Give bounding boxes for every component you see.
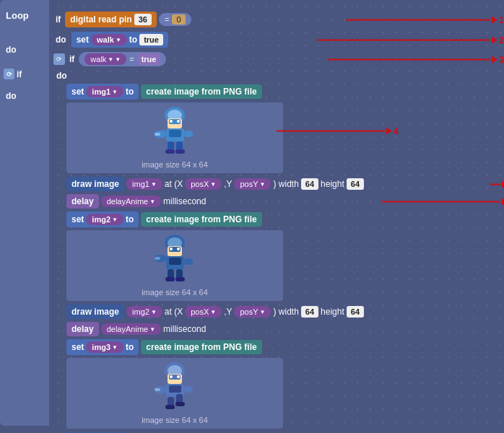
- draw-img1-row: draw image img1 at (X posX ,Y posY ) wid…: [66, 177, 497, 191]
- to-label-1: to: [129, 35, 137, 45]
- ann-num-2: 2: [499, 35, 504, 45]
- ann-arrow-4: [386, 127, 392, 134]
- svg-rect-37: [169, 385, 181, 393]
- ann-line-6: [381, 201, 500, 202]
- set-walk-block[interactable]: set walk to true: [71, 32, 168, 48]
- ms-label-1: millisecond: [163, 196, 206, 206]
- delay-block-2[interactable]: delay: [66, 322, 99, 336]
- set-img3-row: set img3 to create image from PNG file: [66, 339, 497, 355]
- img1-var[interactable]: img1: [86, 86, 123, 97]
- ann-num-3: 3: [499, 54, 504, 65]
- walk-var[interactable]: walk: [91, 34, 127, 45]
- do-label-overlay-2: do: [6, 91, 17, 101]
- digital-read-block[interactable]: digital read pin 36: [65, 12, 157, 27]
- width-val-1[interactable]: 64: [301, 178, 318, 190]
- set-label-2: set: [71, 87, 84, 97]
- svg-point-19: [170, 248, 173, 250]
- image-preview-2: [71, 235, 279, 285]
- svg-rect-28: [165, 277, 175, 281]
- posx-var-2[interactable]: posX: [185, 306, 222, 318]
- delay-1-row: delay delayAnime millisecond 6: [66, 194, 497, 209]
- set-img1-block[interactable]: set img1 to: [66, 84, 139, 100]
- section-3: ⟳ if walk ▼ = true 3: [53, 52, 497, 66]
- height-val-1[interactable]: 64: [347, 178, 364, 190]
- svg-rect-25: [184, 258, 193, 265]
- svg-point-20: [177, 248, 180, 250]
- ann-arrow-2: [492, 36, 498, 43]
- draw-label-2: draw image: [71, 307, 119, 317]
- svg-rect-7: [169, 130, 181, 137]
- svg-point-35: [177, 375, 180, 378]
- height-label-2: height: [321, 307, 344, 317]
- create-image-1[interactable]: create image from PNG file: [141, 84, 261, 99]
- width-label-1: ) width: [273, 179, 298, 189]
- delay-anime-var-2[interactable]: delayAnime: [101, 323, 161, 335]
- to-label-3: to: [126, 214, 134, 224]
- height-val-2[interactable]: 64: [347, 306, 364, 318]
- walk-dropdown: ▼: [108, 56, 113, 63]
- true-val-2[interactable]: true: [137, 53, 161, 65]
- pin-input[interactable]: 36: [134, 14, 152, 25]
- annotation-3: 3: [328, 54, 504, 65]
- y-label-1: ,Y: [224, 179, 232, 189]
- draw-image-2[interactable]: draw image: [66, 305, 124, 319]
- eq-label-1: =: [165, 15, 169, 24]
- posx-var-1[interactable]: posX: [185, 178, 222, 190]
- megaman-svg-1: [152, 107, 199, 157]
- walk-var-2[interactable]: walk ▼: [84, 53, 126, 65]
- create-image-2[interactable]: create image from PNG file: [141, 212, 261, 227]
- equals-block-1[interactable]: = 0: [159, 13, 191, 26]
- svg-rect-9: [155, 133, 160, 136]
- do-keyword-2: do: [56, 71, 495, 81]
- annotation-4: 4: [277, 126, 399, 136]
- ann-num-4: 4: [394, 126, 399, 136]
- svg-rect-14: [175, 149, 185, 154]
- do-label-overlay-1: do: [6, 45, 17, 55]
- image-preview-3: [71, 362, 279, 413]
- set-img1-row: set img1 to create image from PNG file: [66, 84, 497, 100]
- image-size-3: image size 64 x 64: [71, 416, 279, 424]
- ann-line-1: [346, 19, 490, 20]
- ms-label-2: millisecond: [163, 324, 206, 334]
- create-image-3[interactable]: create image from PNG file: [141, 340, 261, 354]
- val-input-1: 0: [172, 14, 185, 25]
- true-val[interactable]: true: [139, 34, 163, 45]
- img3-var[interactable]: img3: [86, 341, 123, 353]
- atx-label-2: at (X: [165, 307, 183, 317]
- width-label-2: ) width: [273, 307, 298, 317]
- posy-var-1[interactable]: posY: [234, 178, 271, 190]
- create-image-label-2: create image from PNG file: [146, 214, 256, 224]
- svg-point-5: [177, 120, 180, 123]
- height-label-1: height: [321, 179, 344, 189]
- draw-image-1[interactable]: draw image: [66, 177, 124, 191]
- loop-label: Loop: [0, 0, 49, 25]
- eq-label-2: =: [129, 55, 134, 64]
- set-img3-block[interactable]: set img3 to: [66, 339, 139, 355]
- draw-img2-row: draw image img2 at (X posX ,Y posY ) wid…: [66, 305, 497, 319]
- img1-var-draw[interactable]: img1: [126, 178, 162, 190]
- svg-rect-40: [184, 386, 193, 393]
- create-image-label-3: create image from PNG file: [146, 342, 256, 352]
- delay-label-2: delay: [71, 324, 94, 334]
- set-label-3: set: [71, 214, 84, 224]
- delay-label-1: delay: [71, 196, 94, 206]
- if-keyword-1: if: [56, 14, 61, 25]
- walk-eq-block[interactable]: walk ▼ = true: [79, 52, 166, 66]
- set-img2-block[interactable]: set img2 to: [66, 211, 139, 227]
- main-container: Loop if digital read pin 36 = 0 1 do: [0, 0, 504, 433]
- svg-rect-13: [165, 149, 175, 154]
- ann-line-3: [328, 58, 490, 60]
- posy-var-2[interactable]: posY: [234, 306, 271, 318]
- set-label-4: set: [71, 342, 84, 352]
- svg-rect-10: [184, 131, 193, 137]
- svg-rect-43: [165, 405, 175, 409]
- delay-2-row: delay delayAnime millisecond: [66, 322, 497, 336]
- megaman-svg-3: [152, 362, 199, 413]
- image-container-2: image size 64 x 64: [66, 230, 283, 301]
- delay-anime-var-1[interactable]: delayAnime: [101, 196, 161, 207]
- width-val-2[interactable]: 64: [301, 306, 318, 318]
- img2-var-draw[interactable]: img2: [126, 306, 162, 318]
- delay-block-1[interactable]: delay: [66, 194, 99, 209]
- loop-sidebar: Loop: [0, 0, 49, 426]
- img2-var[interactable]: img2: [86, 214, 123, 225]
